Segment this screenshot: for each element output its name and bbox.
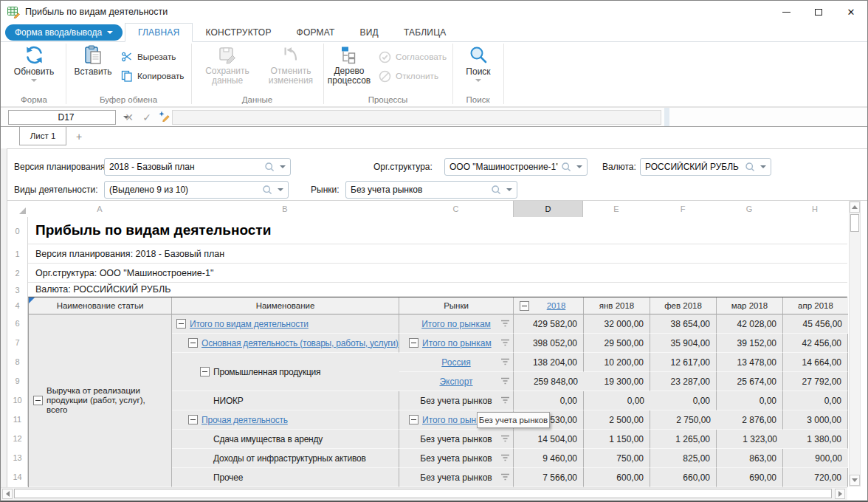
value-cell[interactable]: 0,00	[514, 391, 584, 410]
value-cell[interactable]: 14 504,00	[514, 430, 584, 449]
filter-icon[interactable]	[500, 358, 510, 368]
row-header[interactable]: 7	[7, 333, 27, 352]
value-cell[interactable]: 259 848,00	[514, 372, 584, 391]
close-button[interactable]: ✕	[835, 1, 867, 23]
year-drill-link[interactable]: 2018	[547, 301, 566, 310]
value-cell[interactable]: 39 152,00	[717, 334, 783, 353]
report-title[interactable]: Прибыль по видам деятельности	[28, 217, 847, 244]
tab-tablitsa[interactable]: ТАБЛИЦА	[391, 23, 459, 42]
collapse-icon[interactable]	[200, 367, 210, 376]
table-header-feb[interactable]: фев 2018	[650, 298, 717, 314]
name-cell[interactable]: Сдача имущества в аренду	[172, 430, 399, 449]
search-icon[interactable]	[262, 185, 273, 196]
cell-reference-box[interactable]	[8, 110, 116, 125]
filter-icon[interactable]	[500, 396, 510, 407]
chevron-down-icon[interactable]	[280, 165, 286, 168]
row-header[interactable]: 1	[7, 244, 27, 264]
chevron-down-icon[interactable]	[760, 165, 766, 168]
value-cell[interactable]: 7 566,00	[514, 468, 584, 487]
value-cell[interactable]: 32 000,00	[584, 314, 650, 334]
tab-konstruktor[interactable]: КОНСТРУКТОР	[193, 23, 283, 42]
paste-button[interactable]: Вставить	[70, 45, 116, 77]
form-io-menu-button[interactable]: Форма ввода/вывода	[5, 24, 123, 41]
market-cell[interactable]: Россия	[399, 353, 514, 372]
scroll-right-button[interactable]	[835, 489, 845, 499]
column-header-e[interactable]: E	[583, 201, 650, 217]
market-cell[interactable]: Без учета рынков	[399, 391, 514, 410]
name-cell[interactable]: Доходы от инфраструктурных активов	[172, 449, 399, 468]
value-cell[interactable]: 2 500,00	[584, 410, 650, 430]
table-header-2018[interactable]: 2018	[514, 298, 584, 314]
row-header[interactable]: 11	[7, 410, 27, 429]
vertical-scrollbar[interactable]	[849, 201, 861, 486]
collapse-icon[interactable]	[188, 338, 198, 348]
market-cell[interactable]: Без учета рынков	[399, 430, 514, 449]
sheet-tab-list1[interactable]: Лист 1	[19, 127, 66, 145]
row-header[interactable]: 2	[7, 264, 27, 283]
column-header-f[interactable]: F	[650, 201, 716, 217]
drill-link[interactable]: Итого по рынкам	[421, 319, 491, 329]
table-header-jan[interactable]: янв 2018	[584, 298, 650, 314]
value-cell[interactable]: 1 150,00	[584, 430, 650, 449]
report-info-currency[interactable]: Валюта: РОССИЙСКИЙ РУБЛЬ	[28, 283, 847, 297]
value-cell[interactable]: 0,00	[650, 391, 717, 410]
drill-link[interactable]: Итого по видам деятельности	[190, 319, 309, 329]
value-cell[interactable]: 0,00	[584, 391, 650, 410]
column-header-d-selected[interactable]: D	[513, 201, 583, 217]
drill-link[interactable]: Россия	[441, 357, 470, 368]
drill-link[interactable]: Прочая деятельность	[202, 415, 288, 425]
collapse-icon[interactable]	[33, 396, 43, 405]
row-header[interactable]: 8	[7, 352, 27, 371]
filter-icon[interactable]	[500, 454, 510, 464]
value-cell[interactable]: 12 617,00	[650, 353, 717, 372]
row-header[interactable]: 0	[7, 217, 27, 244]
value-cell[interactable]: 42 028,00	[717, 314, 783, 334]
tab-format[interactable]: ФОРМАТ	[284, 23, 348, 42]
value-cell[interactable]: 429 582,00	[514, 314, 584, 334]
row-header[interactable]: 10	[7, 391, 27, 410]
tab-vid[interactable]: ВИД	[348, 23, 391, 42]
currency-filter-combo[interactable]: РОССИЙСКИЙ РУБЛЬ	[640, 158, 771, 176]
value-cell[interactable]: 3 000,00	[783, 410, 848, 430]
filter-icon[interactable]	[500, 320, 510, 330]
search-icon[interactable]	[745, 162, 756, 173]
search-icon[interactable]	[561, 162, 572, 173]
table-header-apr[interactable]: апр 2018	[783, 298, 848, 314]
org-filter-combo[interactable]: ООО "Машиностроение-1"	[444, 158, 588, 176]
cancel-entry-icon[interactable]: ✕	[122, 110, 137, 125]
collapse-icon[interactable]	[188, 415, 198, 424]
name-cell[interactable]: Промышленная продукция	[172, 353, 399, 391]
row-header[interactable]: 3	[7, 283, 27, 297]
process-tree-button[interactable]: Дерево процессов	[326, 45, 373, 86]
value-cell[interactable]: 2 876,00	[717, 410, 783, 430]
scroll-up-button[interactable]	[850, 202, 860, 213]
name-cell[interactable]: Итого по видам деятельности	[172, 314, 399, 334]
column-header-c[interactable]: C	[399, 201, 513, 217]
row-header[interactable]: 12	[7, 429, 27, 448]
chevron-down-icon[interactable]	[278, 188, 283, 191]
value-cell[interactable]: 690,00	[717, 468, 783, 487]
filter-icon[interactable]	[500, 339, 510, 349]
scroll-left-button[interactable]	[2, 489, 13, 499]
row-header[interactable]: 9	[7, 371, 27, 391]
name-cell[interactable]: Прочая деятельность	[172, 410, 399, 430]
value-cell[interactable]: 14 664,00	[783, 353, 848, 372]
horizontal-scroll-thumb[interactable]	[14, 489, 832, 498]
vertical-scroll-thumb[interactable]	[850, 214, 859, 232]
value-cell[interactable]: 10 200,00	[584, 353, 650, 372]
column-header-h[interactable]: H	[782, 201, 847, 217]
table-header-mar[interactable]: мар 2018	[717, 298, 783, 314]
drill-link[interactable]: Основная деятельность (товары, работы, у…	[202, 338, 399, 348]
value-cell[interactable]: 750,00	[584, 449, 650, 468]
row-header[interactable]: 4	[7, 297, 27, 314]
activities-filter-combo[interactable]: (Выделено 9 из 10)	[104, 181, 289, 199]
value-cell[interactable]: 38 654,00	[650, 314, 717, 334]
search-icon[interactable]	[491, 185, 502, 196]
collapse-icon[interactable]	[176, 319, 186, 329]
filter-icon[interactable]	[500, 377, 510, 388]
column-header-b[interactable]: B	[171, 201, 399, 217]
filter-icon[interactable]	[500, 473, 510, 484]
value-cell[interactable]: 25 674,00	[717, 372, 783, 391]
value-cell[interactable]: 1 265,00	[650, 430, 717, 449]
name-cell[interactable]: Прочее	[172, 468, 399, 487]
